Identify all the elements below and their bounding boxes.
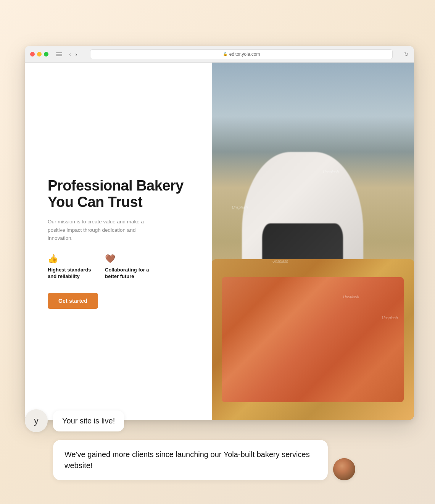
back-arrow[interactable]: ‹ bbox=[68, 50, 72, 58]
feature-1-label: Highest standards and reliability bbox=[48, 267, 93, 280]
address-bar[interactable]: 🔒 editor.yola.com bbox=[90, 49, 393, 59]
browser-content: Professional Bakery You Can Trust Our mi… bbox=[25, 63, 414, 420]
reload-button[interactable]: ↻ bbox=[404, 51, 409, 57]
minimize-button[interactable] bbox=[37, 52, 42, 57]
forward-arrow[interactable]: › bbox=[74, 50, 79, 58]
nav-arrows: ‹ › bbox=[68, 50, 79, 58]
feature-card-1: 👍 Highest standards and reliability bbox=[48, 254, 93, 280]
chat-row-first: y Your site is live! bbox=[25, 409, 414, 432]
maximize-button[interactable] bbox=[44, 52, 48, 57]
sidebar-toggle-button[interactable] bbox=[56, 52, 62, 56]
hero-title: Professional Bakery You Can Trust bbox=[48, 178, 193, 211]
chat-row-second: We've gained more clients since launchin… bbox=[25, 440, 414, 480]
yola-avatar: y bbox=[25, 409, 48, 432]
url-text: editor.yola.com bbox=[229, 52, 260, 57]
chat-bubble-testimonial: We've gained more clients since launchin… bbox=[53, 440, 328, 480]
browser-chrome: ‹ › 🔒 editor.yola.com ↻ bbox=[25, 46, 414, 63]
user-avatar-face bbox=[333, 458, 355, 480]
get-started-button[interactable]: Get started bbox=[48, 293, 98, 309]
traffic-lights bbox=[30, 52, 48, 57]
feature-cards: 👍 Highest standards and reliability 🤎 Co… bbox=[48, 254, 193, 280]
feature-2-label: Collaborating for a better future bbox=[105, 267, 151, 280]
chat-text-2: We've gained more clients since launchin… bbox=[64, 450, 310, 470]
feature-card-2: 🤎 Collaborating for a better future bbox=[105, 254, 151, 280]
browser-window: ‹ › 🔒 editor.yola.com ↻ Professional Bak… bbox=[25, 46, 414, 420]
bakery-image: Unsplash Unsplash Unsplash Unsplash Unsp… bbox=[212, 63, 414, 420]
close-button[interactable] bbox=[30, 52, 35, 57]
user-avatar bbox=[333, 458, 355, 480]
hero-description: Our mission is to create value and make … bbox=[48, 218, 155, 242]
bread-items bbox=[222, 277, 404, 402]
yola-initial: y bbox=[34, 415, 39, 426]
hero-left-panel: Professional Bakery You Can Trust Our mi… bbox=[25, 63, 212, 420]
chat-bubble-live: Your site is live! bbox=[53, 410, 124, 431]
heart-icon: 🤎 bbox=[105, 254, 151, 264]
lock-icon: 🔒 bbox=[223, 52, 227, 56]
thumbs-up-icon: 👍 bbox=[48, 254, 93, 264]
hero-image-panel: Unsplash Unsplash Unsplash Unsplash Unsp… bbox=[212, 63, 414, 420]
chat-text-1: Your site is live! bbox=[62, 417, 115, 425]
chat-area: y Your site is live! We've gained more c… bbox=[25, 386, 414, 504]
